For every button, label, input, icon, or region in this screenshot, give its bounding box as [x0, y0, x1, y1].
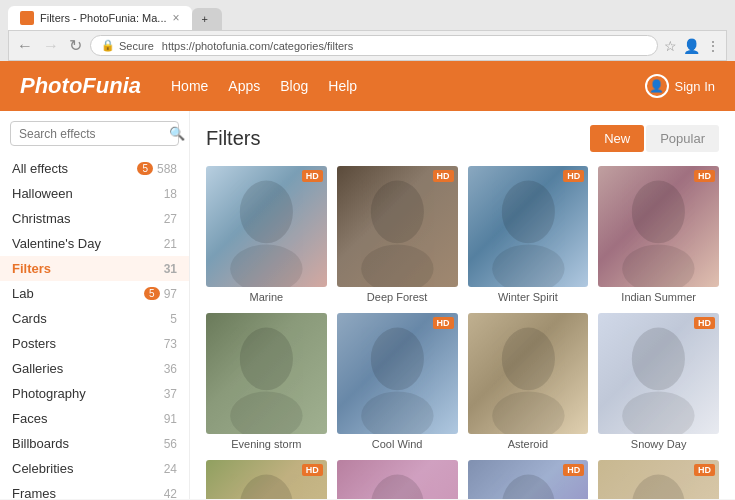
sidebar-count: 97	[164, 287, 177, 301]
new-button[interactable]: New	[590, 125, 644, 152]
sidebar-item-posters[interactable]: Posters73	[0, 331, 189, 356]
search-input[interactable]	[19, 127, 169, 141]
user-profile-button[interactable]: 👤	[683, 38, 700, 54]
sidebar-item-label: Celebrities	[12, 461, 164, 476]
browser-toolbar: ← → ↻ 🔒 Secure https://photofunia.com/ca…	[8, 30, 727, 61]
effect-name: Deep Forest	[337, 291, 458, 303]
sidebar-item-valentine-s-day[interactable]: Valentine's Day21	[0, 231, 189, 256]
user-icon: 👤	[645, 74, 669, 98]
sidebar-item-lab[interactable]: Lab597	[0, 281, 189, 306]
effects-grid: HDMarineHDDeep ForestHDWinter SpiritHDIn…	[206, 166, 719, 499]
effect-thumbnail: HD	[337, 166, 458, 287]
sidebar-count: 27	[164, 212, 177, 226]
nav-blog[interactable]: Blog	[280, 78, 308, 94]
sidebar-item-cards[interactable]: Cards5	[0, 306, 189, 331]
effect-card[interactable]: HD	[468, 460, 589, 500]
sidebar-item-galleries[interactable]: Galleries36	[0, 356, 189, 381]
sign-in-button[interactable]: 👤 Sign In	[645, 74, 715, 98]
bookmark-button[interactable]: ☆	[664, 38, 677, 54]
sidebar-item-celebrities[interactable]: Celebrities24	[0, 456, 189, 481]
effect-card[interactable]: HD	[206, 460, 327, 500]
sidebar-count: 91	[164, 412, 177, 426]
sidebar-item-all-effects[interactable]: All effects5588	[0, 156, 189, 181]
sidebar-item-billboards[interactable]: Billboards56	[0, 431, 189, 456]
effect-thumbnail: HD	[598, 166, 719, 287]
nav-apps[interactable]: Apps	[228, 78, 260, 94]
site-logo[interactable]: PhotoFunia	[20, 73, 141, 99]
protocol-label: Secure	[119, 40, 154, 52]
active-tab[interactable]: Filters - PhotoFunia: Ma... ×	[8, 6, 192, 30]
sidebar-item-filters[interactable]: Filters31	[0, 256, 189, 281]
sidebar-item-photography[interactable]: Photography37	[0, 381, 189, 406]
menu-button[interactable]: ⋮	[706, 38, 720, 54]
svg-point-11	[371, 327, 424, 390]
effect-card[interactable]: Evening storm	[206, 313, 327, 450]
reload-button[interactable]: ↻	[67, 36, 84, 55]
sidebar-count: 588	[157, 162, 177, 176]
svg-point-9	[240, 327, 293, 390]
effect-card[interactable]: HDCool Wind	[337, 313, 458, 450]
site-nav: Home Apps Blog Help	[171, 78, 645, 94]
effect-card[interactable]: HD	[598, 460, 719, 500]
sidebar-item-label: Valentine's Day	[12, 236, 164, 251]
browser-action-icons: ☆ 👤 ⋮	[664, 38, 720, 54]
svg-point-0	[230, 244, 302, 286]
sidebar-count: 73	[164, 337, 177, 351]
url-text: https://photofunia.com/categories/filter…	[162, 40, 353, 52]
tab-close-button[interactable]: ×	[173, 11, 180, 25]
effect-name: Indian Summer	[598, 291, 719, 303]
view-toggle: New Popular	[590, 125, 719, 152]
sidebar-count: 56	[164, 437, 177, 451]
forward-button[interactable]: →	[41, 37, 61, 55]
svg-point-21	[501, 474, 554, 499]
search-box[interactable]: 🔍	[10, 121, 179, 146]
svg-point-3	[371, 180, 424, 243]
effect-card[interactable]: HDMarine	[206, 166, 327, 303]
sidebar-item-label: Cards	[12, 311, 170, 326]
effect-thumbnail: HD	[468, 166, 589, 287]
effect-thumbnail	[468, 313, 589, 434]
effect-thumbnail: HD	[337, 313, 458, 434]
nav-home[interactable]: Home	[171, 78, 208, 94]
effect-thumbnail: HD	[598, 313, 719, 434]
sidebar-count: 24	[164, 462, 177, 476]
effect-card[interactable]: Asteroid	[468, 313, 589, 450]
effect-name: Asteroid	[468, 438, 589, 450]
sidebar-item-frames[interactable]: Frames42	[0, 481, 189, 499]
sidebar-items-list: All effects5588Halloween18Christmas27Val…	[0, 156, 189, 499]
sidebar-item-label: Christmas	[12, 211, 164, 226]
new-tab-button[interactable]: +	[192, 8, 222, 30]
sidebar-item-label: Lab	[12, 286, 144, 301]
effect-thumbnail: HD	[468, 460, 589, 500]
logo-funia: Funia	[82, 73, 141, 98]
sidebar-count: 5	[170, 312, 177, 326]
sidebar-item-label: Galleries	[12, 361, 164, 376]
logo-photo: Photo	[20, 73, 82, 98]
effect-card[interactable]: HDWinter Spirit	[468, 166, 589, 303]
svg-point-13	[501, 327, 554, 390]
sidebar-count: 37	[164, 387, 177, 401]
svg-point-6	[622, 244, 694, 286]
sidebar-item-label: Photography	[12, 386, 164, 401]
effect-card[interactable]: HDDeep Forest	[337, 166, 458, 303]
browser-chrome: Filters - PhotoFunia: Ma... × + ← → ↻ 🔒 …	[0, 0, 735, 61]
sidebar-item-halloween[interactable]: Halloween18	[0, 181, 189, 206]
sign-in-label: Sign In	[675, 79, 715, 94]
content-header: Filters New Popular	[206, 125, 719, 152]
effect-card[interactable]: HDSnowy Day	[598, 313, 719, 450]
popular-button[interactable]: Popular	[646, 125, 719, 152]
sidebar-item-label: Faces	[12, 411, 164, 426]
sidebar-item-label: Halloween	[12, 186, 164, 201]
sidebar-item-label: Frames	[12, 486, 164, 499]
svg-point-8	[230, 391, 302, 433]
sidebar-item-christmas[interactable]: Christmas27	[0, 206, 189, 231]
svg-point-5	[501, 180, 554, 243]
effect-card[interactable]: HDIndian Summer	[598, 166, 719, 303]
address-bar[interactable]: 🔒 Secure https://photofunia.com/categori…	[90, 35, 658, 56]
effect-card[interactable]	[337, 460, 458, 500]
nav-help[interactable]: Help	[328, 78, 357, 94]
sidebar-count: 42	[164, 487, 177, 500]
svg-point-17	[240, 474, 293, 499]
sidebar-item-faces[interactable]: Faces91	[0, 406, 189, 431]
back-button[interactable]: ←	[15, 37, 35, 55]
